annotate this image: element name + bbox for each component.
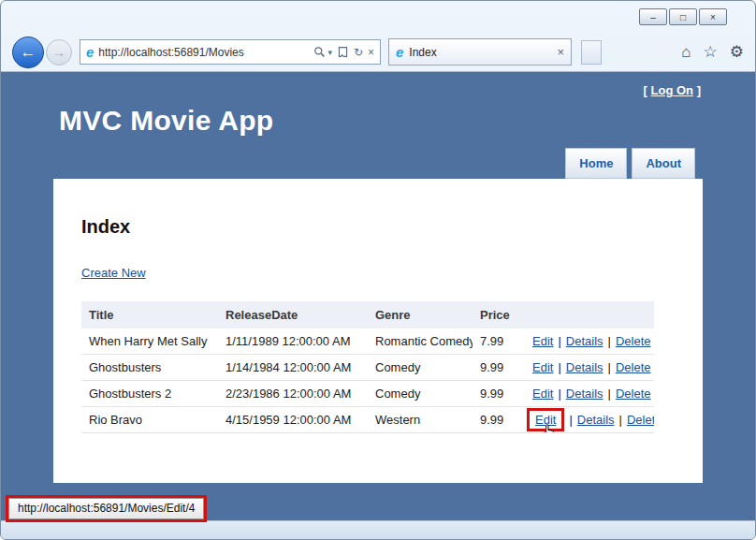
new-tab-button[interactable] (581, 40, 602, 65)
status-url-tooltip: http://localhost:56891/Movies/Edit/4 (8, 498, 204, 519)
back-button[interactable]: ← (12, 36, 44, 68)
ie-icon: e (86, 44, 94, 60)
stop-icon[interactable]: × (368, 46, 374, 59)
table-row: Ghostbusters 1/14/1984 12:00:00 AM Comed… (81, 355, 654, 381)
edit-link[interactable]: Edit (535, 413, 556, 427)
window-controls: – □ × (639, 8, 727, 25)
edit-link[interactable]: Edit (532, 334, 553, 348)
separator: | (558, 387, 560, 401)
separator: | (558, 334, 560, 348)
delete-link[interactable]: Delete (616, 360, 651, 374)
cell-genre: Western (368, 407, 472, 433)
table-row: Ghostbusters 2 2/23/1986 12:00:00 AM Com… (81, 381, 654, 407)
back-arrow-icon: ← (21, 43, 36, 62)
cell-title: When Harry Met Sally (81, 328, 218, 355)
gear-icon[interactable]: ⚙ (730, 42, 744, 62)
tab-ie-icon: e (396, 44, 403, 60)
nav-tab-about[interactable]: About (632, 148, 695, 179)
tab-close-icon[interactable]: × (557, 45, 564, 59)
browser-toolbar: ← → e http://localhost:56891/Movies ▾ ↻ … (1, 33, 755, 72)
separator: | (608, 360, 611, 374)
cell-release-date: 2/23/1986 12:00:00 AM (218, 381, 368, 407)
cell-actions: Edit|Details|Delete (525, 328, 654, 355)
minimize-button[interactable]: – (639, 8, 667, 25)
compatibility-view-icon[interactable] (337, 46, 349, 58)
window-titlebar[interactable]: – □ × (1, 1, 755, 33)
edit-link-highlight-box: Edit (527, 408, 564, 431)
separator: | (608, 334, 611, 348)
header-release-date: ReleaseDate (218, 301, 368, 328)
header-title: Title (81, 301, 218, 328)
delete-link[interactable]: Delete (616, 334, 651, 348)
browser-window: – □ × ← → e http://localhost:56891/Movie… (0, 0, 756, 540)
address-bar[interactable]: e http://localhost:56891/Movies ▾ ↻ × (80, 39, 381, 65)
edit-link[interactable]: Edit (532, 387, 553, 401)
movies-table: Title ReleaseDate Genre Price When Harry… (81, 301, 654, 433)
main-nav: Home About (53, 148, 703, 179)
address-url[interactable]: http://localhost:56891/Movies (98, 46, 309, 59)
cell-title: Ghostbusters (81, 355, 218, 381)
header-price: Price (472, 301, 525, 328)
table-header-row: Title ReleaseDate Genre Price (81, 301, 654, 328)
details-link[interactable]: Details (566, 334, 603, 348)
home-icon[interactable]: ⌂ (681, 43, 691, 62)
cell-release-date: 4/15/1959 12:00:00 AM (218, 407, 368, 433)
search-icon[interactable] (313, 46, 326, 58)
separator: | (619, 413, 622, 427)
nav-tab-home[interactable]: Home (565, 148, 627, 179)
forward-arrow-icon: → (52, 45, 65, 60)
table-row: When Harry Met Sally 1/11/1989 12:00:00 … (81, 328, 654, 355)
separator: | (608, 387, 611, 401)
search-dropdown-icon[interactable]: ▾ (327, 48, 332, 57)
edit-link[interactable]: Edit (532, 360, 553, 374)
browser-tab[interactable]: e Index × (388, 38, 572, 66)
content-card: Index Create New Title ReleaseDate Genre… (53, 179, 703, 483)
logon-area: [ Log On ] (53, 80, 703, 97)
logon-bracket-close: ] (697, 83, 701, 97)
favorites-star-icon[interactable]: ☆ (704, 42, 718, 62)
status-url-highlight-box: http://localhost:56891/Movies/Edit/4 (6, 495, 207, 522)
separator: | (569, 413, 572, 427)
details-link[interactable]: Details (566, 387, 603, 401)
page-body: [ Log On ] MVC Movie App Home About Inde… (1, 72, 755, 520)
cell-price: 9.99 (472, 407, 525, 433)
table-row: Rio Bravo 4/15/1959 12:00:00 AM Western … (81, 407, 654, 433)
page-title: Index (81, 216, 675, 238)
delete-link[interactable]: Delete (627, 413, 654, 427)
create-new-link[interactable]: Create New (81, 266, 146, 280)
cell-genre: Romantic Comedy (368, 328, 472, 355)
cell-actions: Edit |Details|Delete (525, 407, 654, 433)
details-link[interactable]: Details (566, 360, 603, 374)
toolbar-right-icons: ⌂ ☆ ⚙ (681, 42, 744, 62)
cell-genre: Comedy (368, 381, 472, 407)
cell-release-date: 1/11/1989 12:00:00 AM (218, 328, 368, 355)
separator: | (558, 360, 560, 374)
refresh-icon[interactable]: ↻ (354, 46, 363, 59)
cell-title: Ghostbusters 2 (81, 381, 218, 407)
app-title: MVC Movie App (59, 105, 703, 137)
cell-price: 9.99 (472, 355, 525, 381)
logon-link[interactable]: Log On (651, 83, 694, 97)
forward-button[interactable]: → (46, 39, 72, 66)
cell-release-date: 1/14/1984 12:00:00 AM (218, 355, 368, 381)
header-actions (525, 301, 654, 328)
tab-title: Index (409, 46, 436, 59)
close-button[interactable]: × (699, 8, 727, 25)
details-link[interactable]: Details (577, 413, 615, 427)
delete-link[interactable]: Delete (616, 387, 651, 401)
cell-actions: Edit|Details|Delete (525, 381, 654, 407)
cell-price: 7.99 (472, 328, 525, 355)
maximize-button[interactable]: □ (669, 8, 697, 25)
logon-bracket-open: [ (644, 83, 647, 97)
cell-price: 9.99 (472, 381, 525, 407)
cell-actions: Edit|Details|Delete (525, 355, 654, 381)
cell-title: Rio Bravo (81, 407, 218, 433)
window-bottom-frame (1, 520, 755, 539)
cell-genre: Comedy (368, 355, 472, 381)
header-genre: Genre (368, 301, 472, 328)
